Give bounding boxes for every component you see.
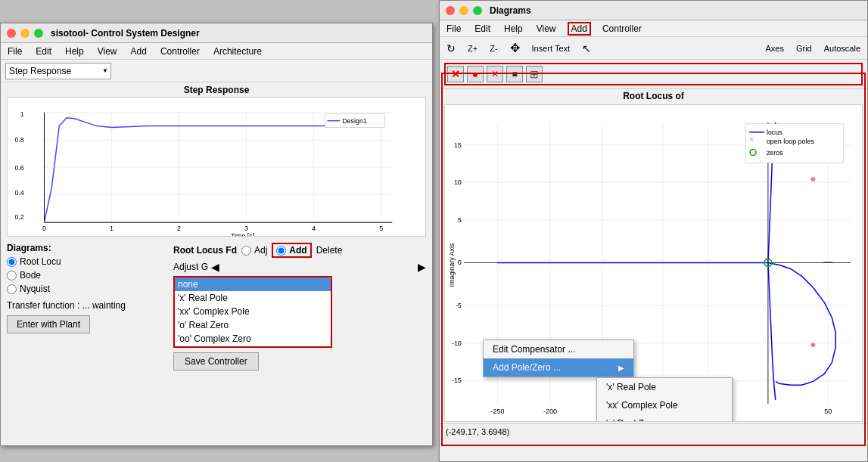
status-bar: (-249.17, 3.6948) bbox=[440, 423, 867, 439]
grid-button[interactable]: Grid bbox=[794, 43, 814, 54]
right-window-title: Diagrams bbox=[490, 5, 531, 16]
adjust-g-label: Adjust G bbox=[173, 262, 208, 272]
menu-edit-right[interactable]: Edit bbox=[472, 23, 493, 35]
svg-text:50: 50 bbox=[824, 408, 832, 415]
autoscale-button[interactable]: Autoscale bbox=[822, 43, 863, 54]
close-button-left[interactable] bbox=[7, 29, 16, 38]
move-button[interactable]: ✥ bbox=[508, 40, 522, 56]
svg-text:●: ● bbox=[810, 338, 816, 350]
minimize-button-left[interactable] bbox=[20, 29, 30, 38]
radio-nyquist-input[interactable] bbox=[7, 284, 17, 294]
radio-nyquist[interactable]: Nyquist bbox=[7, 284, 166, 294]
pole-zero-list-wrap: none 'x' Real Pole 'xx' Complex Pole 'o'… bbox=[173, 276, 332, 348]
radio-bode[interactable]: Bode bbox=[7, 270, 166, 281]
rl-chart-title: Root Locus of bbox=[440, 89, 867, 103]
circle-red-icon: ● bbox=[472, 68, 478, 80]
radio-root-locus[interactable]: Root Locu bbox=[7, 256, 166, 267]
maximize-button-right[interactable] bbox=[473, 6, 482, 15]
svg-text:●: ● bbox=[810, 172, 816, 184]
svg-text:0: 0 bbox=[458, 259, 462, 266]
left-titlebar: sisotool- Control System Designer bbox=[1, 23, 432, 43]
menu-controller-right[interactable]: Controller bbox=[600, 23, 644, 35]
svg-text:0.2: 0.2 bbox=[14, 213, 23, 221]
svg-text:Design1: Design1 bbox=[342, 117, 367, 125]
diagrams-radio-group: Root Locu Bode Nyquist bbox=[7, 256, 166, 294]
right-menubar: File Edit Help View Add Controller bbox=[440, 20, 867, 37]
context-menu-edit-compensator[interactable]: Edit Compensator ... bbox=[484, 340, 633, 358]
menu-controller-left[interactable]: Controller bbox=[158, 45, 202, 57]
context-menu-add-pole-zero[interactable]: Add Pole/Zero ... ▶ bbox=[484, 358, 633, 377]
right-window: Diagrams File Edit Help View Add Control… bbox=[439, 0, 868, 462]
menu-help-left[interactable]: Help bbox=[63, 45, 86, 57]
x-red-icon: ✕ bbox=[451, 68, 460, 80]
grid-icon-btn[interactable]: ⊞ bbox=[526, 66, 543, 82]
menu-file-right[interactable]: File bbox=[444, 23, 463, 35]
rl-header-row: Root Locus Fd Adj Add Delete bbox=[173, 243, 426, 258]
svg-text:locus: locus bbox=[767, 129, 782, 136]
menu-edit-left[interactable]: Edit bbox=[33, 45, 54, 57]
status-coordinates: (-249.17, 3.6948) bbox=[446, 427, 509, 436]
radio-root-locus-input[interactable] bbox=[7, 257, 17, 267]
close-button-right[interactable] bbox=[446, 6, 455, 15]
svg-text:2: 2 bbox=[177, 225, 181, 232]
svg-text:-15: -15 bbox=[452, 377, 462, 384]
circle-icon-btn[interactable]: ● bbox=[467, 66, 484, 82]
step-response-svg: 1 0.8 0.6 0.4 0.2 0 1 2 3 4 5 Time [s] bbox=[8, 98, 425, 236]
adjust-radio-input[interactable] bbox=[241, 246, 251, 256]
enter-plant-button[interactable]: Enter with Plant bbox=[7, 315, 90, 333]
submenu-real-pole[interactable]: 'x' Real Pole bbox=[597, 378, 732, 396]
x-dark-icon: ✕ bbox=[491, 69, 499, 79]
zoom-plus-button[interactable]: Z+ bbox=[465, 43, 480, 54]
add-radio-input[interactable] bbox=[276, 246, 286, 256]
pole-zero-list[interactable]: none 'x' Real Pole 'xx' Complex Pole 'o'… bbox=[175, 278, 331, 346]
submenu: 'x' Real Pole 'xx' Complex Pole 'o' Real… bbox=[596, 377, 733, 422]
minimize-button-right[interactable] bbox=[459, 6, 468, 15]
radio-bode-input[interactable] bbox=[7, 271, 17, 281]
right-toolbar: ↻ Z+ Z- ✥ Insert Text ↖ Axes Grid Autosc… bbox=[440, 37, 867, 60]
svg-text:-5: -5 bbox=[456, 302, 462, 309]
rl-label: Root Locus Fd bbox=[173, 245, 237, 256]
delete-label: Delete bbox=[316, 245, 343, 256]
svg-text:—: — bbox=[823, 256, 832, 267]
menu-architecture-left[interactable]: Architecture bbox=[211, 45, 264, 57]
adjust-g-row: Adjust G ◀ ▶ bbox=[173, 261, 426, 273]
insert-text-button[interactable]: Insert Text bbox=[530, 43, 573, 54]
menu-help-right[interactable]: Help bbox=[502, 23, 525, 35]
maximize-button-left[interactable] bbox=[34, 29, 43, 38]
square-icon: ■ bbox=[512, 69, 517, 79]
svg-text:zeros: zeros bbox=[767, 149, 783, 157]
grid-icon: ⊞ bbox=[530, 68, 539, 80]
svg-text:5: 5 bbox=[379, 225, 383, 232]
svg-text:×: × bbox=[765, 255, 771, 267]
refresh-icon[interactable]: ↻ bbox=[444, 42, 458, 55]
square-icon-btn[interactable]: ■ bbox=[506, 66, 523, 82]
x-icon-btn-2[interactable]: ✕ bbox=[487, 66, 503, 82]
step-response-title: Step Response bbox=[1, 82, 432, 95]
step-response-chart: 1 0.8 0.6 0.4 0.2 0 1 2 3 4 5 Time [s] bbox=[7, 97, 426, 237]
menu-add-left[interactable]: Add bbox=[129, 45, 149, 57]
x-icon-btn-1[interactable]: ✕ bbox=[447, 66, 464, 82]
svg-text:10: 10 bbox=[454, 178, 462, 186]
step-response-dropdown-wrap: Step Response Bode Nyquist Root Locus bbox=[5, 63, 111, 79]
svg-text:4: 4 bbox=[312, 225, 316, 232]
svg-text:15: 15 bbox=[454, 141, 462, 149]
save-controller-button[interactable]: Save Controller bbox=[173, 352, 259, 371]
svg-text:Time [s]: Time [s] bbox=[231, 232, 254, 236]
zoom-minus-button[interactable]: Z- bbox=[487, 43, 499, 54]
pointer-button[interactable]: ↖ bbox=[580, 42, 593, 55]
menu-view-right[interactable]: View bbox=[534, 23, 558, 35]
step-response-dropdown[interactable]: Step Response Bode Nyquist Root Locus bbox=[5, 63, 111, 79]
axes-button[interactable]: Axes bbox=[763, 43, 786, 54]
add-radio[interactable]: Add bbox=[272, 243, 311, 258]
submenu-real-zero[interactable]: 'o' Real Zero bbox=[597, 414, 732, 422]
root-locus-section: Root Locus Fd Adj Add Delete Adjust G ◀ … bbox=[173, 243, 426, 371]
icon-group: ✕ ● ✕ ■ ⊞ bbox=[444, 63, 863, 85]
left-window-title: sisotool- Control System Designer bbox=[51, 28, 200, 39]
menu-view-left[interactable]: View bbox=[95, 45, 120, 57]
menu-file-left[interactable]: File bbox=[5, 45, 24, 57]
menu-add-right[interactable]: Add bbox=[568, 22, 591, 36]
left-menubar: File Edit Help View Add Controller Archi… bbox=[1, 43, 432, 60]
submenu-complex-pole[interactable]: 'xx' Complex Pole bbox=[597, 396, 732, 414]
svg-text:3: 3 bbox=[244, 225, 248, 232]
adjust-radio[interactable]: Adj bbox=[241, 245, 267, 256]
